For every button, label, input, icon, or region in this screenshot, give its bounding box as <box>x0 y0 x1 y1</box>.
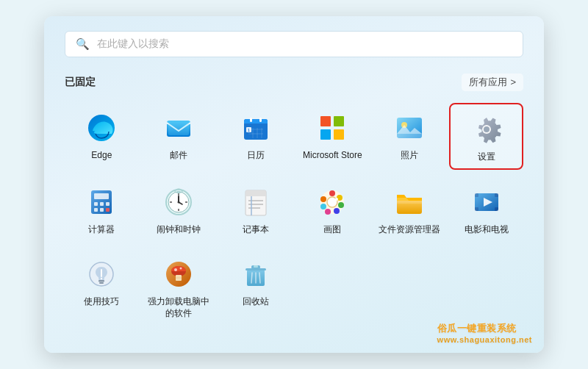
svg-rect-29 <box>100 208 104 212</box>
svg-point-53 <box>334 208 340 214</box>
apps-grid-row2: 计算器 <box>65 177 523 242</box>
edge-label: Edge <box>91 150 112 162</box>
svg-rect-43 <box>245 193 266 196</box>
svg-rect-62 <box>475 193 478 197</box>
svg-rect-2 <box>168 122 189 135</box>
svg-rect-25 <box>94 202 98 206</box>
svg-rect-5 <box>244 123 268 126</box>
svg-point-73 <box>174 268 177 271</box>
photos-icon <box>392 110 427 146</box>
calendar-label: 日历 <box>247 150 265 162</box>
store-label: Microsoft Store <box>303 150 362 162</box>
svg-point-55 <box>320 204 326 209</box>
app-recycle[interactable]: 回收站 <box>218 249 293 325</box>
app-tips[interactable]: 使用技巧 <box>65 249 139 325</box>
calendar-icon: 1 <box>238 110 273 146</box>
section-header: 已固定 所有应用 > <box>65 74 523 91</box>
app-photos[interactable]: 照片 <box>373 103 447 171</box>
tips-label: 使用技巧 <box>84 296 119 308</box>
clock-icon <box>161 184 196 220</box>
watermark: 俗瓜一键重装系统 www.shaguaxitong.net <box>437 322 532 344</box>
tips-icon <box>84 257 119 292</box>
svg-rect-59 <box>397 201 422 204</box>
app-clock[interactable]: 闹钟和时钟 <box>142 177 216 242</box>
svg-rect-30 <box>106 208 110 212</box>
uninstall-label: 强力卸载电脑中 的软件 <box>148 296 209 319</box>
svg-point-50 <box>329 190 335 196</box>
svg-line-83 <box>259 273 260 283</box>
svg-rect-18 <box>334 129 344 140</box>
svg-rect-27 <box>106 202 110 206</box>
all-apps-button[interactable]: 所有应用 > <box>462 74 523 91</box>
files-icon <box>392 184 427 220</box>
section-title: 已固定 <box>65 76 96 89</box>
svg-point-22 <box>484 126 490 132</box>
svg-rect-28 <box>94 208 98 212</box>
edge-icon <box>84 110 119 146</box>
svg-rect-24 <box>94 193 109 199</box>
app-uninstall[interactable]: 强力卸载电脑中 的软件 <box>142 249 216 325</box>
mail-icon <box>161 110 196 146</box>
svg-point-56 <box>320 196 326 202</box>
calc-icon <box>84 184 119 220</box>
svg-rect-7 <box>259 118 262 122</box>
recycle-icon <box>238 257 273 292</box>
notepad-icon <box>238 184 273 220</box>
svg-rect-15 <box>320 116 331 126</box>
paint-icon <box>315 184 350 220</box>
start-menu: 🔍 在此键入以搜索 已固定 所有应用 > <box>44 16 544 353</box>
svg-rect-40 <box>176 191 181 193</box>
app-movies[interactable]: 电影和电视 <box>449 177 523 242</box>
svg-rect-65 <box>495 207 498 211</box>
paint-label: 画图 <box>323 224 341 236</box>
apps-grid-row1: Edge 邮件 <box>65 103 523 171</box>
svg-point-70 <box>101 278 102 279</box>
app-edge[interactable]: Edge <box>65 103 139 171</box>
clock-label: 闹钟和时钟 <box>157 224 201 236</box>
settings-icon <box>469 112 504 147</box>
app-calendar[interactable]: 1 日历 <box>218 103 293 171</box>
apps-grid-row3: 使用技巧 <box>65 249 523 325</box>
files-label: 文件资源管理器 <box>379 224 440 236</box>
svg-text:1: 1 <box>248 128 250 132</box>
settings-label: 设置 <box>478 151 495 163</box>
movies-icon <box>469 184 504 220</box>
svg-rect-16 <box>334 116 344 126</box>
app-files[interactable]: 文件资源管理器 <box>373 177 447 242</box>
svg-rect-63 <box>495 193 498 197</box>
search-icon: 🔍 <box>76 37 90 51</box>
search-bar[interactable]: 🔍 在此键入以搜索 <box>65 31 523 57</box>
svg-point-57 <box>335 198 338 201</box>
svg-rect-6 <box>250 118 252 122</box>
app-notepad[interactable]: 记事本 <box>218 177 293 242</box>
app-mail[interactable]: 邮件 <box>142 103 216 171</box>
svg-rect-68 <box>99 282 104 284</box>
mail-label: 邮件 <box>170 150 187 162</box>
app-calc[interactable]: 计算器 <box>65 177 139 242</box>
uninstall-icon <box>161 257 196 292</box>
svg-point-54 <box>325 209 331 215</box>
svg-rect-26 <box>100 202 104 206</box>
store-icon <box>315 110 350 146</box>
recycle-label: 回收站 <box>243 296 269 308</box>
app-paint[interactable]: 画图 <box>295 177 370 242</box>
svg-rect-64 <box>475 207 478 211</box>
svg-rect-80 <box>254 265 258 268</box>
svg-rect-67 <box>98 280 104 282</box>
app-settings[interactable]: 设置 <box>449 103 523 171</box>
calc-label: 计算器 <box>88 224 115 236</box>
notepad-label: 记事本 <box>243 224 269 236</box>
svg-point-74 <box>179 268 182 270</box>
search-placeholder: 在此键入以搜索 <box>97 37 169 51</box>
movies-label: 电影和电视 <box>465 224 509 236</box>
photos-label: 照片 <box>401 150 418 162</box>
svg-point-39 <box>177 201 179 204</box>
svg-rect-17 <box>320 129 331 140</box>
app-store[interactable]: Microsoft Store <box>295 103 370 171</box>
svg-point-52 <box>338 202 344 208</box>
svg-line-81 <box>251 273 252 283</box>
